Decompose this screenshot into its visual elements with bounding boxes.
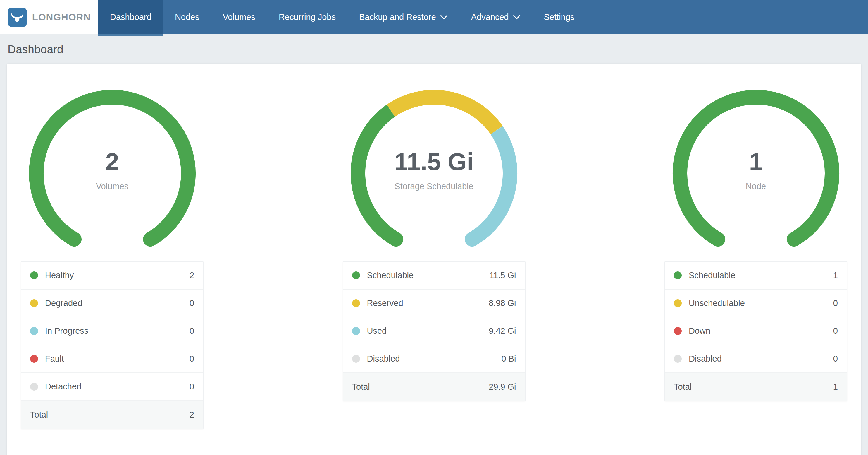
legend-color-dot xyxy=(674,299,682,307)
legend-row-disabled: Disabled 0 xyxy=(665,345,847,373)
gauge-ring: 1 Node xyxy=(671,88,841,248)
legend-row-disabled: Disabled 0 Bi xyxy=(343,345,525,373)
legend-total-label: Total xyxy=(352,382,370,392)
nav-item-recurring-jobs[interactable]: Recurring Jobs xyxy=(267,0,347,34)
legend-label: Degraded xyxy=(45,298,82,308)
legend-label: Unschedulable xyxy=(689,298,745,308)
legend-value: 0 xyxy=(189,298,194,308)
legend-value: 0 xyxy=(833,298,838,308)
legend-color-dot xyxy=(674,355,682,363)
longhorn-bull-icon xyxy=(8,8,27,27)
legend-label: Disabled xyxy=(689,354,722,364)
legend-label: Schedulable xyxy=(367,271,414,280)
nav-item-label: Nodes xyxy=(175,12,199,22)
legend-total-row: Total 2 xyxy=(21,401,203,429)
legend-row-degraded: Degraded 0 xyxy=(21,290,203,317)
legend-value: 11.5 Gi xyxy=(489,271,516,280)
gauge-node: 1 Node Schedulable 1 Unschedulable 0 Dow… xyxy=(664,88,847,455)
legend-rows: Schedulable 11.5 Gi Reserved 8.98 Gi Use… xyxy=(343,262,525,373)
legend-row-fault: Fault 0 xyxy=(21,345,203,373)
gauge-legend: Schedulable 1 Unschedulable 0 Down 0 Dis… xyxy=(664,261,847,401)
nav-item-label: Backup and Restore xyxy=(359,12,436,22)
legend-value: 9.42 Gi xyxy=(489,326,516,336)
nav-item-dashboard[interactable]: Dashboard xyxy=(98,0,163,34)
chevron-down-icon xyxy=(513,15,521,20)
gauge-legend: Healthy 2 Degraded 0 In Progress 0 Fault… xyxy=(21,261,204,429)
nav-item-volumes[interactable]: Volumes xyxy=(211,0,267,34)
legend-total-row: Total 1 xyxy=(665,373,847,401)
nav-item-label: Settings xyxy=(544,12,575,22)
top-navbar: LONGHORN Dashboard Nodes Volumes Recurri… xyxy=(0,0,868,34)
gauge-legend: Schedulable 11.5 Gi Reserved 8.98 Gi Use… xyxy=(343,261,526,401)
legend-color-dot xyxy=(352,327,360,335)
legend-total-value: 29.9 Gi xyxy=(489,382,516,392)
legend-total-label: Total xyxy=(30,410,48,420)
nav-item-label: Recurring Jobs xyxy=(279,12,336,22)
legend-row-detached: Detached 0 xyxy=(21,373,203,401)
legend-total-value: 1 xyxy=(833,382,838,392)
legend-value: 8.98 Gi xyxy=(489,298,516,308)
legend-row-unschedulable: Unschedulable 0 xyxy=(665,290,847,317)
legend-color-dot xyxy=(674,272,682,279)
nav-item-label: Volumes xyxy=(223,12,255,22)
legend-color-dot xyxy=(352,272,360,279)
legend-color-dot xyxy=(674,327,682,335)
legend-color-dot xyxy=(30,299,38,307)
nav-item-backup-and-restore[interactable]: Backup and Restore xyxy=(347,0,460,34)
legend-row-schedulable: Schedulable 11.5 Gi xyxy=(343,262,525,290)
legend-value: 0 xyxy=(189,354,194,364)
gauge-arc xyxy=(671,88,841,258)
legend-row-used: Used 9.42 Gi xyxy=(343,317,525,345)
legend-value: 0 xyxy=(189,326,194,336)
legend-label: Down xyxy=(689,326,710,336)
gauge-ring: 11.5 Gi Storage Schedulable xyxy=(349,88,519,248)
legend-color-dot xyxy=(352,355,360,363)
main-nav: Dashboard Nodes Volumes Recurring Jobs B… xyxy=(98,0,586,34)
legend-total-row: Total 29.9 Gi xyxy=(343,373,525,401)
legend-color-dot xyxy=(30,355,38,363)
legend-rows: Healthy 2 Degraded 0 In Progress 0 Fault… xyxy=(21,262,203,401)
gauge-arc xyxy=(28,88,197,258)
legend-value: 0 xyxy=(189,382,194,392)
legend-row-in-progress: In Progress 0 xyxy=(21,317,203,345)
nav-item-settings[interactable]: Settings xyxy=(532,0,586,34)
legend-row-down: Down 0 xyxy=(665,317,847,345)
legend-value: 1 xyxy=(833,271,838,280)
legend-label: Fault xyxy=(45,354,64,364)
legend-color-dot xyxy=(30,327,38,335)
nav-item-nodes[interactable]: Nodes xyxy=(163,0,211,34)
legend-value: 2 xyxy=(189,271,194,280)
legend-row-healthy: Healthy 2 xyxy=(21,262,203,290)
nav-item-label: Advanced xyxy=(471,12,509,22)
brand-name: LONGHORN xyxy=(32,12,91,23)
legend-value: 0 xyxy=(833,354,838,364)
legend-row-reserved: Reserved 8.98 Gi xyxy=(343,290,525,317)
dashboard-card: 2 Volumes Healthy 2 Degraded 0 In Progre… xyxy=(7,63,861,455)
legend-rows: Schedulable 1 Unschedulable 0 Down 0 Dis… xyxy=(665,262,847,373)
legend-total-value: 2 xyxy=(189,410,194,420)
legend-value: 0 xyxy=(833,326,838,336)
gauge-arc xyxy=(349,88,519,258)
legend-row-schedulable: Schedulable 1 xyxy=(665,262,847,290)
legend-label: In Progress xyxy=(45,326,88,336)
legend-value: 0 Bi xyxy=(501,354,516,364)
gauge-storage-schedulable: 11.5 Gi Storage Schedulable Schedulable … xyxy=(343,88,526,455)
nav-item-advanced[interactable]: Advanced xyxy=(460,0,532,34)
page-title: Dashboard xyxy=(0,34,868,63)
nav-item-label: Dashboard xyxy=(110,12,152,22)
chevron-down-icon xyxy=(440,15,448,20)
gauge-ring: 2 Volumes xyxy=(28,88,197,248)
dashboard-content: 2 Volumes Healthy 2 Degraded 0 In Progre… xyxy=(0,63,868,455)
legend-total-label: Total xyxy=(674,382,692,392)
legend-label: Healthy xyxy=(45,271,74,280)
brand-logo[interactable]: LONGHORN xyxy=(0,0,98,34)
legend-color-dot xyxy=(352,299,360,307)
legend-label: Schedulable xyxy=(689,271,736,280)
gauge-volumes: 2 Volumes Healthy 2 Degraded 0 In Progre… xyxy=(21,88,204,455)
legend-color-dot xyxy=(30,272,38,279)
legend-label: Detached xyxy=(45,382,81,392)
legend-label: Disabled xyxy=(367,354,400,364)
legend-color-dot xyxy=(30,383,38,391)
legend-label: Reserved xyxy=(367,298,403,308)
legend-label: Used xyxy=(367,326,387,336)
